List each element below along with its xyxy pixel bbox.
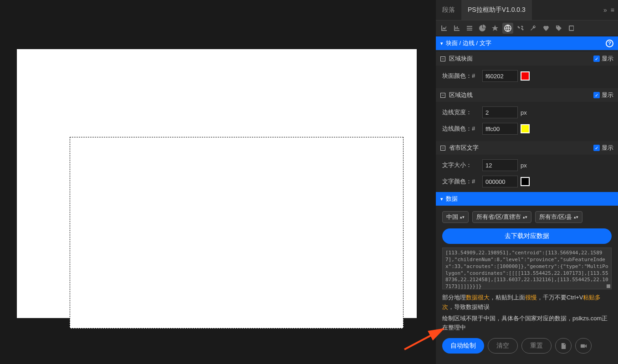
- heart-icon[interactable]: [541, 23, 552, 34]
- text-color-label: 文字颜色：#: [442, 177, 480, 186]
- star-icon[interactable]: [490, 23, 501, 34]
- reset-button[interactable]: 重置: [521, 338, 552, 354]
- tools-icon[interactable]: [515, 23, 526, 34]
- section-style-header[interactable]: ▾ 块面 / 边线 / 文字 ?: [436, 36, 618, 50]
- sub-area-fill-title: 区域块面: [449, 55, 473, 63]
- action-button-row: 自动绘制 清空 重置: [436, 333, 618, 359]
- show-border-label: 显示: [602, 91, 613, 99]
- sub-text-body: 文字大小： px 文字颜色：#: [436, 155, 618, 192]
- text-size-label: 文字大小：: [442, 161, 480, 169]
- pie-chart-icon[interactable]: [477, 23, 488, 34]
- section-data-title: 数据: [446, 195, 458, 203]
- region-select-row: 中国▴▾ 所有省/区/直辖市▴▾ 所有市/区/县▴▾: [436, 211, 618, 223]
- text-color-swatch[interactable]: [521, 177, 530, 186]
- resize-handle-icon[interactable]: [607, 284, 610, 288]
- show-text-label: 显示: [602, 144, 613, 152]
- px-label: px: [521, 109, 527, 116]
- chevron-down-icon: ▾: [440, 196, 443, 202]
- border-color-label: 边线颜色：#: [442, 125, 480, 133]
- border-width-input[interactable]: [482, 106, 518, 118]
- auto-draw-button[interactable]: 自动绘制: [442, 338, 484, 354]
- geo-data-textarea[interactable]: [113.54909,22.198951],"centroid":[113.56…: [442, 248, 612, 289]
- globe-icon[interactable]: [502, 23, 513, 34]
- sub-area-fill-body: 块面颜色：#: [436, 66, 618, 86]
- collapse-icon: −: [440, 146, 445, 151]
- country-select[interactable]: 中国▴▾: [442, 211, 469, 223]
- fill-color-input[interactable]: [482, 70, 518, 82]
- canvas[interactable]: [17, 49, 417, 318]
- tab-plugin[interactable]: PS拉框助手V1.0.0.3: [461, 0, 532, 20]
- sub-border-title: 区域边线: [449, 91, 473, 99]
- province-select[interactable]: 所有省/区/直辖市▴▾: [472, 211, 531, 223]
- px-label: px: [521, 162, 527, 169]
- collapse-icon: −: [440, 93, 445, 98]
- tag-icon[interactable]: [553, 23, 564, 34]
- fill-color-swatch[interactable]: [521, 71, 530, 81]
- show-border-checkbox[interactable]: ✓: [593, 92, 600, 98]
- overflow-icon[interactable]: »: [603, 6, 607, 14]
- line-chart-icon[interactable]: [439, 23, 449, 34]
- help-icon[interactable]: ?: [606, 40, 613, 47]
- collapse-icon: −: [440, 56, 445, 61]
- show-text-checkbox[interactable]: ✓: [593, 145, 600, 151]
- video-icon-button[interactable]: [575, 338, 592, 354]
- info-text: 绘制区域不限于中国，具体各个国家对应的数据，pslkzs.com正在整理中: [442, 314, 612, 333]
- tool-icon-row: [436, 20, 618, 36]
- section-data-header[interactable]: ▾ 数据: [436, 192, 618, 206]
- selection-marquee[interactable]: [70, 137, 403, 329]
- city-select[interactable]: 所有市/区/县▴▾: [535, 211, 582, 223]
- fill-color-label: 块面颜色：#: [442, 72, 480, 80]
- sub-text-title: 省市区文字: [449, 144, 479, 152]
- download-data-button[interactable]: 去下载对应数据: [442, 228, 612, 244]
- text-color-input[interactable]: [482, 176, 518, 187]
- wrench-icon[interactable]: [528, 23, 539, 34]
- border-width-label: 边线宽度：: [442, 108, 480, 116]
- border-color-swatch[interactable]: [521, 124, 530, 133]
- show-fill-checkbox[interactable]: ✓: [593, 56, 600, 62]
- clear-button[interactable]: 清空: [488, 338, 518, 354]
- warning-text: 部分地理数据很大，粘贴到上面很慢，千万不要Ctrl+V粘贴多次，导致数据错误: [442, 293, 612, 312]
- chevron-down-icon: ▾: [440, 40, 443, 46]
- list-icon[interactable]: [464, 23, 475, 34]
- tab-paragraph[interactable]: 段落: [436, 0, 461, 20]
- show-fill-label: 显示: [602, 55, 613, 63]
- book-icon[interactable]: [566, 23, 577, 34]
- sub-border-header[interactable]: − 区域边线 ✓ 显示: [436, 88, 618, 102]
- text-size-input[interactable]: [482, 159, 518, 171]
- sub-area-fill-header[interactable]: − 区域块面 ✓ 显示: [436, 52, 618, 66]
- menu-icon[interactable]: ≡: [611, 6, 614, 14]
- side-panel: 段落 PS拉框助手V1.0.0.3 » ≡ ▾ 块面 / 边线 / 文字 ? −…: [436, 0, 618, 364]
- border-color-input[interactable]: [482, 123, 518, 135]
- sub-text-header[interactable]: − 省市区文字 ✓ 显示: [436, 141, 618, 155]
- bar-chart-icon[interactable]: [451, 23, 462, 34]
- tab-bar: 段落 PS拉框助手V1.0.0.3 » ≡: [436, 0, 618, 20]
- file-icon-button[interactable]: [555, 338, 572, 354]
- section-style-title: 块面 / 边线 / 文字: [446, 39, 491, 47]
- sub-border-body: 边线宽度： px 边线颜色：#: [436, 102, 618, 139]
- canvas-area: [0, 0, 436, 364]
